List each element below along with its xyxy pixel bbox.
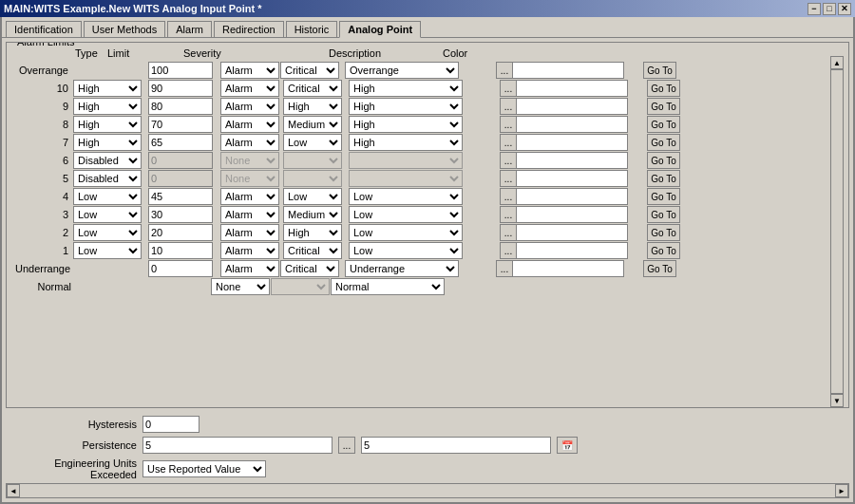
row1-severity[interactable]: CriticalHighMediumLow (283, 242, 342, 259)
row7-severity[interactable]: CriticalHighMediumLow (283, 134, 342, 151)
underrange-alarm-type[interactable]: AlarmNone (220, 260, 279, 277)
row2-goto[interactable]: Go To (647, 224, 680, 241)
row7-goto[interactable]: Go To (647, 134, 680, 151)
row8-type[interactable]: HighLowDisabled (73, 116, 142, 133)
overrange-alarm-type[interactable]: AlarmNone (220, 62, 279, 79)
minimize-button[interactable]: − (808, 3, 821, 15)
tab-alarm[interactable]: Alarm (167, 21, 212, 38)
row3-limit[interactable] (148, 206, 213, 223)
underrange-dots[interactable]: ... (496, 260, 513, 277)
row5-type[interactable]: HighLowDisabled (73, 170, 142, 187)
overrange-severity-level[interactable]: CriticalHighMediumLow (280, 62, 339, 79)
row2-severity[interactable]: CriticalHighMediumLow (283, 224, 342, 241)
row4-goto[interactable]: Go To (647, 188, 680, 205)
row4-desc[interactable]: HighOverrangeLowNormal (349, 188, 463, 205)
persistence-input1[interactable] (142, 437, 332, 454)
row7-desc[interactable]: HighOverrangeLowNormal (349, 134, 463, 151)
row3-color (516, 206, 628, 223)
scroll-left-arrow[interactable]: ◄ (7, 484, 20, 497)
row4-alarm[interactable]: AlarmNone (220, 188, 279, 205)
hysteresis-input[interactable] (142, 416, 200, 433)
tab-analog-point[interactable]: Analog Point (339, 21, 421, 38)
row1-desc[interactable]: HighOverrangeLowNormal (349, 242, 463, 259)
row8-limit[interactable] (148, 116, 213, 133)
maximize-button[interactable]: □ (823, 3, 836, 15)
row2-desc[interactable]: HighOverrangeLowNormal (349, 224, 463, 241)
row2-type[interactable]: HighLowDisabled (73, 224, 142, 241)
row9-goto[interactable]: Go To (647, 98, 680, 115)
row6-goto[interactable]: Go To (647, 152, 680, 169)
row7-type[interactable]: HighLowDisabled (73, 134, 142, 151)
row9-limit[interactable] (148, 98, 213, 115)
close-button[interactable]: ✕ (838, 3, 851, 15)
row3-severity[interactable]: CriticalHighMediumLow (283, 206, 342, 223)
row9-dots[interactable]: ... (500, 98, 517, 115)
scroll-right-arrow[interactable]: ► (835, 484, 848, 497)
row9-severity[interactable]: CriticalHighMediumLow (283, 98, 342, 115)
persistence-input2[interactable] (361, 437, 551, 454)
underrange-severity-level[interactable]: CriticalHighMediumLow (280, 260, 339, 277)
row4-dots[interactable]: ... (500, 188, 517, 205)
underrange-desc[interactable]: OverrangeHighLowUnderrangeNormal (345, 260, 459, 277)
row10-desc[interactable]: HighOverrangeLowNormal (349, 80, 463, 97)
scroll-down-arrow[interactable]: ▼ (830, 394, 844, 407)
row10-goto[interactable]: Go To (647, 80, 680, 97)
row8-desc[interactable]: HighOverrangeLowNormal (349, 116, 463, 133)
row6-type[interactable]: HighLowDisabled (73, 152, 142, 169)
row3-type[interactable]: HighLowDisabled (73, 206, 142, 223)
row6-alarm: None (220, 152, 279, 169)
row1-type[interactable]: HighLowDisabled (73, 242, 142, 259)
row8-goto[interactable]: Go To (647, 116, 680, 133)
overrange-severity: AlarmNone CriticalHighMediumLow (220, 62, 344, 79)
overrange-limit[interactable] (148, 62, 213, 79)
eng-units-select[interactable]: Use Reported Value (142, 460, 266, 477)
row1-dots[interactable]: ... (500, 242, 517, 259)
group-box-title: Alarm Limits (14, 42, 78, 47)
overrange-dots-btn[interactable]: ... (496, 62, 513, 79)
persistence-dots-btn[interactable]: ... (338, 437, 355, 454)
row1-alarm[interactable]: AlarmNone (220, 242, 279, 259)
row3-goto[interactable]: Go To (647, 206, 680, 223)
overrange-goto-button[interactable]: Go To (643, 62, 676, 79)
row7-alarm[interactable]: AlarmNone (220, 134, 279, 151)
row10-limit[interactable] (148, 80, 213, 97)
tab-identification[interactable]: Identification (6, 21, 82, 38)
tab-redirection[interactable]: Redirection (214, 21, 284, 38)
normal-alarm-type[interactable]: NoneAlarm (211, 278, 270, 295)
row10-severity[interactable]: CriticalHighMediumLow (283, 80, 342, 97)
row3-alarm[interactable]: AlarmNone (220, 206, 279, 223)
row9-type[interactable]: HighLowDisabled (73, 98, 142, 115)
row8-alarm[interactable]: AlarmNone (220, 116, 279, 133)
row4-type[interactable]: HighLowDisabled (73, 188, 142, 205)
row6-dots[interactable]: ... (500, 152, 517, 169)
row7-limit[interactable] (148, 134, 213, 151)
row7-dots[interactable]: ... (500, 134, 517, 151)
scroll-up-arrow[interactable]: ▲ (830, 56, 844, 69)
row10-type[interactable]: HighLowDisabled (73, 80, 142, 97)
row2-dots[interactable]: ... (500, 224, 517, 241)
underrange-limit[interactable] (148, 260, 213, 277)
row8-dots[interactable]: ... (500, 116, 517, 133)
underrange-goto[interactable]: Go To (643, 260, 676, 277)
row2-limit[interactable] (148, 224, 213, 241)
row4-limit[interactable] (148, 188, 213, 205)
row8-severity[interactable]: CriticalHighMediumLow (283, 116, 342, 133)
tab-historic[interactable]: Historic (286, 21, 338, 38)
row3-desc[interactable]: HighOverrangeLowNormal (349, 206, 463, 223)
row5-goto[interactable]: Go To (647, 170, 680, 187)
persistence-calendar-btn[interactable]: 📅 (557, 437, 578, 454)
row9-alarm[interactable]: AlarmNone (220, 98, 279, 115)
row1-limit[interactable] (148, 242, 213, 259)
row10-alarm[interactable]: AlarmNone (220, 80, 279, 97)
row4-severity[interactable]: CriticalHighMediumLow (283, 188, 342, 205)
overrange-description[interactable]: OverrangeHighLowNormal (345, 62, 459, 79)
hysteresis-row: Hysteresis (13, 416, 842, 433)
row1-goto[interactable]: Go To (647, 242, 680, 259)
row3-dots[interactable]: ... (500, 206, 517, 223)
row10-dots[interactable]: ... (500, 80, 517, 97)
row9-desc[interactable]: HighOverrangeLowNormal (349, 98, 463, 115)
tab-user-methods[interactable]: User Methods (84, 21, 165, 38)
normal-desc[interactable]: NormalOverrangeUnderrange (331, 278, 445, 295)
row2-alarm[interactable]: AlarmNone (220, 224, 279, 241)
row5-dots[interactable]: ... (500, 170, 517, 187)
